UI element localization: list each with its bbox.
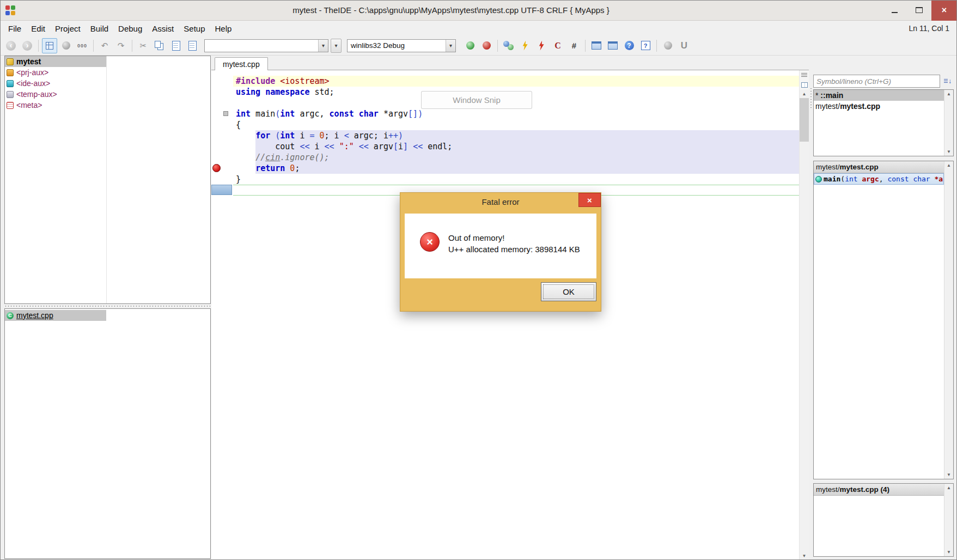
scrollbar-track[interactable] xyxy=(800,142,809,552)
code-editor[interactable]: #include <iostream>using namespace std;i… xyxy=(211,70,809,560)
package-item[interactable]: <ide-aux> xyxy=(5,78,106,89)
sort-button[interactable]: ↓ xyxy=(942,75,954,88)
gutter-line[interactable] xyxy=(211,152,233,163)
close-button[interactable]: × xyxy=(931,0,957,21)
symbol-scrollbar[interactable]: ▲ ▼ xyxy=(944,90,953,156)
find-input[interactable] xyxy=(205,39,318,52)
context-help-button[interactable]: ? xyxy=(638,38,653,53)
copy-icon xyxy=(155,41,164,50)
build-config-arrow[interactable]: ▾ xyxy=(446,40,455,52)
gutter-line[interactable] xyxy=(211,108,233,119)
scrollbar-track[interactable] xyxy=(944,169,953,471)
file-item[interactable]: Cmytest.cpp xyxy=(5,310,106,321)
menu-file[interactable]: File xyxy=(3,22,26,35)
macro-icon xyxy=(62,41,70,50)
gutter-line[interactable] xyxy=(211,130,233,141)
package-item[interactable]: <prj-aux> xyxy=(5,67,106,78)
idle-button[interactable] xyxy=(660,38,675,53)
toolbar-separator xyxy=(497,40,498,52)
navigate-forward-button[interactable]: › xyxy=(20,38,35,53)
package-organizer-button[interactable] xyxy=(462,38,478,53)
find-combo[interactable]: ▾ xyxy=(204,39,328,52)
editor-split-button[interactable] xyxy=(800,80,809,90)
gutter-line[interactable] xyxy=(211,185,233,196)
scroll-down-button[interactable]: ▼ xyxy=(800,552,809,560)
symbol-search-input[interactable] xyxy=(813,75,940,88)
preprocess-button[interactable]: # xyxy=(566,38,582,53)
symbol-row[interactable]: mytest/mytest.cpp xyxy=(814,101,944,112)
file-list: Cmytest.cpp xyxy=(5,310,210,321)
breakpoint-icon[interactable] xyxy=(212,164,221,172)
debug-window-icon xyxy=(608,41,618,50)
editor-scrollbar[interactable]: ▲ ▼ xyxy=(800,90,809,560)
tab-mytest-cpp[interactable]: mytest.cpp xyxy=(215,57,268,70)
maximize-button[interactable] xyxy=(907,0,931,21)
scroll-down-button[interactable]: ▼ xyxy=(944,471,953,479)
menu-project[interactable]: Project xyxy=(50,22,86,35)
cut-button[interactable]: ✂ xyxy=(136,38,151,53)
package-item[interactable]: <temp-aux> xyxy=(5,89,106,100)
navigate-back-button[interactable]: ‹ xyxy=(3,38,19,53)
symbol-row[interactable]: * ::main xyxy=(814,90,944,101)
code-lines[interactable]: #include <iostream>using namespace std;i… xyxy=(233,70,799,560)
scroll-up-button[interactable]: ▲ xyxy=(944,90,953,98)
redo-button[interactable]: ↷ xyxy=(113,38,129,53)
run-window-button[interactable] xyxy=(589,38,604,53)
menu-assist[interactable]: Assist xyxy=(147,22,179,35)
upp-button[interactable]: U xyxy=(676,38,692,53)
forward-icon: › xyxy=(22,41,32,51)
menu-setup[interactable]: Setup xyxy=(179,22,210,35)
gutter-line[interactable] xyxy=(211,141,233,152)
editor-menu-button[interactable] xyxy=(800,70,809,80)
browser-scrollbar[interactable]: ▲ ▼ xyxy=(944,161,953,479)
gutter-line[interactable] xyxy=(211,76,233,87)
gutter-line[interactable] xyxy=(211,87,233,98)
package-label: <prj-aux> xyxy=(16,68,48,77)
gutter-line[interactable] xyxy=(211,119,233,130)
build-config-combo[interactable]: winlibs32 Debug ▾ xyxy=(347,39,456,52)
gutter-line[interactable] xyxy=(211,163,233,174)
paste-button[interactable] xyxy=(168,38,184,53)
find-combo-arrow[interactable]: ▾ xyxy=(318,40,328,52)
copy-button[interactable] xyxy=(152,38,167,53)
scroll-up-button[interactable]: ▲ xyxy=(800,90,809,98)
rebuild-bolt-icon xyxy=(538,41,545,51)
member-row[interactable]: main(int argc, const char *arg xyxy=(814,173,944,185)
scroll-up-button[interactable]: ▲ xyxy=(944,484,953,492)
scrollbar-track[interactable] xyxy=(944,492,953,548)
gutter-line[interactable] xyxy=(211,174,233,185)
macro-button[interactable] xyxy=(58,38,74,53)
package-item[interactable]: mytest xyxy=(5,56,106,67)
menu-debug[interactable]: Debug xyxy=(113,22,147,35)
sync-packages-button[interactable] xyxy=(501,38,516,53)
vertical-splitter[interactable] xyxy=(809,87,813,110)
scrollbar-track[interactable] xyxy=(944,98,953,148)
package-item[interactable]: <meta> xyxy=(5,100,106,111)
rebuild-button[interactable] xyxy=(534,38,549,53)
debug-window-button[interactable] xyxy=(605,38,620,53)
horizontal-splitter[interactable] xyxy=(4,304,211,308)
record-macro-button[interactable]: 000 xyxy=(75,38,90,53)
scroll-up-button[interactable]: ▲ xyxy=(944,161,953,169)
menu-edit[interactable]: Edit xyxy=(26,22,50,35)
minimize-button[interactable] xyxy=(882,0,907,21)
document-button[interactable] xyxy=(185,38,200,53)
build-button[interactable] xyxy=(517,38,533,53)
history-dropdown-button[interactable]: ▾ xyxy=(331,39,342,53)
undo-button[interactable]: ↶ xyxy=(97,38,112,53)
scrollbar-thumb[interactable] xyxy=(800,98,809,142)
edit-mode-button[interactable] xyxy=(42,38,57,53)
pkg-temp-icon xyxy=(7,91,14,98)
dialog-close-button[interactable]: × xyxy=(578,193,601,207)
gutter-line[interactable] xyxy=(211,98,233,108)
package-button[interactable] xyxy=(479,38,494,53)
compile-file-button[interactable]: C xyxy=(550,38,565,53)
scroll-down-button[interactable]: ▼ xyxy=(944,148,953,156)
gutter[interactable] xyxy=(211,70,233,560)
help-button[interactable]: ? xyxy=(621,38,637,53)
menu-build[interactable]: Build xyxy=(86,22,113,35)
scroll-down-button[interactable]: ▼ xyxy=(944,548,953,556)
menu-help[interactable]: Help xyxy=(210,22,237,35)
ok-button[interactable]: OK xyxy=(541,282,596,301)
errors-scrollbar[interactable]: ▲ ▼ xyxy=(944,484,953,556)
